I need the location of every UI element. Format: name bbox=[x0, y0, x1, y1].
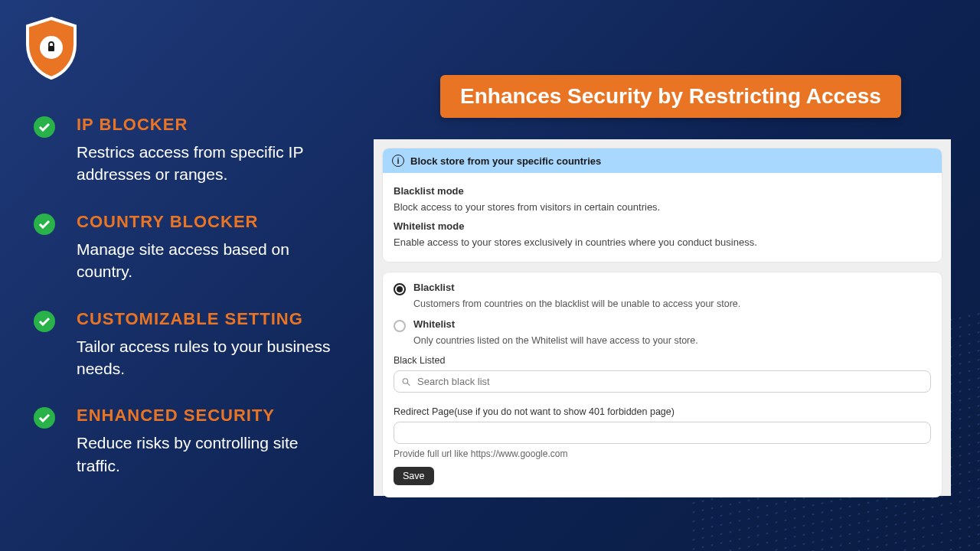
radio-label: Whitelist bbox=[413, 318, 455, 330]
feature-item: CUSTOMIZABLE SETTING Tailor access rules… bbox=[34, 309, 340, 380]
checkmark-icon bbox=[34, 116, 55, 138]
blacklisted-label: Black Listed bbox=[394, 355, 931, 366]
feature-item: COUNTRY BLOCKER Manage site access based… bbox=[34, 212, 340, 283]
redirect-helper: Provide full url like https://www.google… bbox=[394, 448, 931, 459]
feature-desc: Reduce risks by controlling site traffic… bbox=[77, 432, 340, 477]
svg-rect-1 bbox=[48, 46, 54, 51]
radio-icon bbox=[394, 283, 406, 295]
radio-label: Blacklist bbox=[413, 282, 454, 293]
radio-icon bbox=[394, 320, 406, 332]
blacklist-mode-desc: Block access to your stores from visitor… bbox=[394, 201, 931, 213]
feature-title: CUSTOMIZABLE SETTING bbox=[77, 309, 340, 329]
save-button[interactable]: Save bbox=[394, 467, 434, 485]
checkmark-icon bbox=[34, 214, 55, 235]
app-logo bbox=[21, 14, 81, 81]
whitelist-mode-desc: Enable access to your stores exclusively… bbox=[394, 236, 931, 248]
whitelist-mode-title: Whitelist mode bbox=[394, 220, 931, 232]
redirect-label: Redirect Page(use if you do not want to … bbox=[394, 406, 931, 417]
feature-desc: Tailor access rules to your business nee… bbox=[77, 335, 340, 380]
config-card: Blacklist Customers from countries on th… bbox=[383, 272, 942, 497]
radio-whitelist-desc: Only countries listed on the Whitelist w… bbox=[413, 335, 931, 346]
feature-item: IP BLOCKER Restrics access from specific… bbox=[34, 115, 340, 186]
checkmark-icon bbox=[34, 311, 55, 332]
feature-title: IP BLOCKER bbox=[77, 115, 340, 135]
redirect-url-input[interactable] bbox=[394, 422, 931, 444]
search-blacklist-input[interactable] bbox=[394, 370, 931, 393]
radio-blacklist-desc: Customers from countries on the blacklis… bbox=[413, 298, 931, 309]
feature-title: COUNTRY BLOCKER bbox=[77, 212, 340, 232]
feature-desc: Manage site access based on country. bbox=[77, 238, 340, 283]
radio-whitelist[interactable]: Whitelist bbox=[394, 318, 931, 332]
info-icon: i bbox=[392, 155, 404, 167]
svg-line-3 bbox=[407, 383, 410, 385]
feature-list: IP BLOCKER Restrics access from specific… bbox=[34, 115, 340, 503]
feature-item: ENHANCED SECURITY Reduce risks by contro… bbox=[34, 406, 340, 477]
settings-panel: i Block store from your specific countri… bbox=[374, 139, 951, 496]
search-icon bbox=[401, 377, 411, 386]
svg-point-2 bbox=[403, 378, 408, 383]
radio-blacklist[interactable]: Blacklist bbox=[394, 282, 931, 295]
feature-desc: Restrics access from specific IP address… bbox=[77, 141, 340, 186]
info-header: i Block store from your specific countri… bbox=[383, 148, 942, 173]
info-header-text: Block store from your specific countries bbox=[410, 155, 601, 167]
checkmark-icon bbox=[34, 407, 55, 429]
feature-title: ENHANCED SECURITY bbox=[77, 406, 340, 425]
blacklist-mode-title: Blacklist mode bbox=[394, 185, 931, 197]
banner-title: Enhances Security by Restricting Access bbox=[440, 75, 901, 118]
info-card: i Block store from your specific countri… bbox=[383, 148, 942, 262]
